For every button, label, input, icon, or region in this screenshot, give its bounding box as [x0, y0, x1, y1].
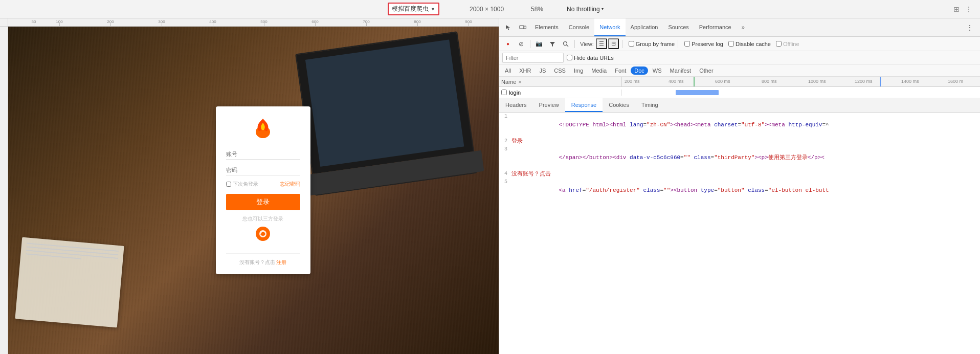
type-tab-img[interactable]: Img	[570, 67, 587, 75]
search-button[interactable]	[560, 38, 571, 50]
preserve-log-option[interactable]: Preserve log	[684, 41, 723, 47]
name-header-label: Name	[501, 79, 516, 85]
tick-800ms: 800 ms	[762, 79, 777, 84]
third-party-text: 您也可以三方登录	[226, 215, 300, 223]
offline-label: Offline	[783, 41, 799, 47]
network-content: Name × 200 ms 400 ms 600 ms 800 ms 1000 …	[499, 77, 980, 354]
weibo-login-button[interactable]	[256, 227, 270, 241]
type-tab-xhr[interactable]: XHR	[516, 67, 534, 75]
inspect-element-button[interactable]	[501, 18, 516, 36]
devtools-settings-icon[interactable]: ⋮	[963, 18, 977, 36]
weibo-icon	[259, 230, 267, 238]
account-input[interactable]	[226, 149, 300, 160]
type-tab-ws[interactable]: WS	[649, 67, 665, 75]
resp-tab-preview[interactable]: Preview	[533, 98, 565, 112]
filter-funnel-button[interactable]	[547, 38, 558, 50]
viewport-ruler: 50 100 200 300 400 500 600 700 800 900	[0, 18, 499, 27]
resp-tab-response[interactable]: Response	[565, 98, 603, 112]
tab-more[interactable]: »	[737, 18, 750, 36]
login-network-row[interactable]: login	[499, 87, 980, 98]
remember-me-checkbox[interactable]	[226, 182, 231, 187]
register-row: 没有账号？点击 注册	[226, 253, 300, 266]
preserve-log-label: Preserve log	[692, 41, 723, 47]
svg-point-1	[258, 130, 268, 138]
disable-cache-option[interactable]: Disable cache	[728, 41, 771, 47]
resp-tab-headers[interactable]: Headers	[499, 98, 533, 112]
list-view-button[interactable]: ☰	[596, 38, 607, 49]
tick-1600ms: 1600 m	[948, 79, 963, 84]
login-row-name[interactable]: login	[499, 90, 622, 96]
device-toggle-button[interactable]	[516, 18, 530, 36]
group-by-frame-checkbox[interactable]	[629, 41, 634, 47]
tick-400ms: 400 ms	[669, 79, 684, 84]
offline-checkbox[interactable]	[776, 41, 782, 47]
login-row-label: login	[509, 90, 521, 96]
group-by-frame-option[interactable]: Group by frame	[629, 41, 675, 47]
resp-tab-timing[interactable]: Timing	[635, 98, 664, 112]
password-input[interactable]	[226, 165, 300, 175]
throttle-selector[interactable]: No throttling ▾	[567, 6, 604, 13]
code-line-3: 3 </span></button><div data-v-c5c6c960="…	[499, 145, 980, 170]
tab-elements[interactable]: Elements	[530, 18, 564, 36]
record-button[interactable]: ●	[502, 38, 514, 50]
forgot-password-link[interactable]: 忘记密码	[280, 181, 300, 188]
type-tab-all[interactable]: All	[501, 67, 515, 75]
remember-me-label: 下次免登录	[233, 181, 258, 188]
hide-data-urls-label: Hide data URLs	[574, 55, 614, 61]
tab-performance[interactable]: Performance	[694, 18, 737, 36]
search-icon	[563, 41, 569, 47]
tick-600ms: 600 ms	[715, 79, 730, 84]
code-line-1: 1 <!DOCTYPE html><html lang="zh-CN"><hea…	[499, 113, 980, 137]
tick-1000ms: 1000 ms	[808, 79, 826, 84]
type-tab-other[interactable]: Other	[696, 67, 717, 75]
disable-cache-checkbox[interactable]	[728, 41, 734, 47]
remember-me-option[interactable]: 下次免登录	[226, 181, 258, 188]
line-content-1: <!DOCTYPE html><html lang="zh-CN"><head>…	[511, 113, 980, 137]
login-row-checkbox[interactable]	[501, 90, 507, 95]
group-by-frame-label: Group by frame	[636, 41, 675, 47]
type-tab-media[interactable]: Media	[588, 67, 610, 75]
preserve-log-checkbox[interactable]	[684, 41, 690, 47]
line-content-4: 没有账号？点击	[511, 170, 980, 178]
hide-data-urls-checkbox[interactable]	[567, 55, 572, 60]
stop-record-button[interactable]: ⊘	[516, 38, 527, 50]
type-tab-css[interactable]: CSS	[550, 67, 569, 75]
line-content-5: <a href="/auth/register" class=""><butto…	[511, 178, 980, 203]
view-label: View:	[580, 41, 594, 47]
device-selector[interactable]: 模拟百度爬虫 ▼	[388, 3, 439, 15]
offline-option[interactable]: Offline	[776, 41, 799, 47]
side-ruler-corner	[0, 18, 8, 26]
type-tab-font[interactable]: Font	[611, 67, 630, 75]
left-ruler	[0, 27, 8, 354]
code-line-5: 5 <a href="/auth/register" class=""><but…	[499, 178, 980, 203]
tab-network[interactable]: Network	[594, 18, 625, 36]
waterfall-header: 200 ms 400 ms 600 ms 800 ms 1000 ms 1200…	[622, 77, 980, 87]
type-tab-doc[interactable]: Doc	[631, 67, 648, 75]
login-button[interactable]: 登录	[226, 194, 300, 210]
tab-sources[interactable]: Sources	[663, 18, 694, 36]
tick-1400ms: 1400 ms	[901, 79, 919, 84]
tab-console[interactable]: Console	[564, 18, 594, 36]
screenshot-button[interactable]: 📷	[533, 38, 545, 50]
line-num-2: 2	[499, 137, 511, 145]
green-timeline-line	[694, 77, 695, 86]
browser-viewport: 50 100 200 300 400 500 600 700 800 900	[0, 18, 499, 354]
line-num-1: 1	[499, 113, 511, 121]
login-logo	[226, 117, 300, 141]
register-link[interactable]: 注册	[276, 259, 286, 265]
svg-line-6	[567, 45, 569, 47]
waterfall-view-button[interactable]: ⊟	[608, 38, 619, 49]
blue-timeline-line	[880, 77, 881, 86]
login-card: 下次免登录 忘记密码 登录 您也可以三方登录	[216, 106, 310, 274]
filter-input[interactable]	[502, 53, 564, 63]
type-tab-manifest[interactable]: Manifest	[666, 67, 695, 75]
resp-tab-cookies[interactable]: Cookies	[603, 98, 635, 112]
cursor-icon	[505, 24, 512, 31]
hide-data-urls-option[interactable]: Hide data URLs	[567, 55, 614, 61]
name-column-header[interactable]: Name ×	[499, 77, 622, 86]
more-options-icon[interactable]: ⋮	[965, 5, 972, 13]
type-tab-js[interactable]: JS	[536, 67, 549, 75]
zoom-level: 58%	[531, 6, 543, 13]
tab-application[interactable]: Application	[626, 18, 663, 36]
close-name-col-icon[interactable]: ×	[518, 79, 521, 85]
